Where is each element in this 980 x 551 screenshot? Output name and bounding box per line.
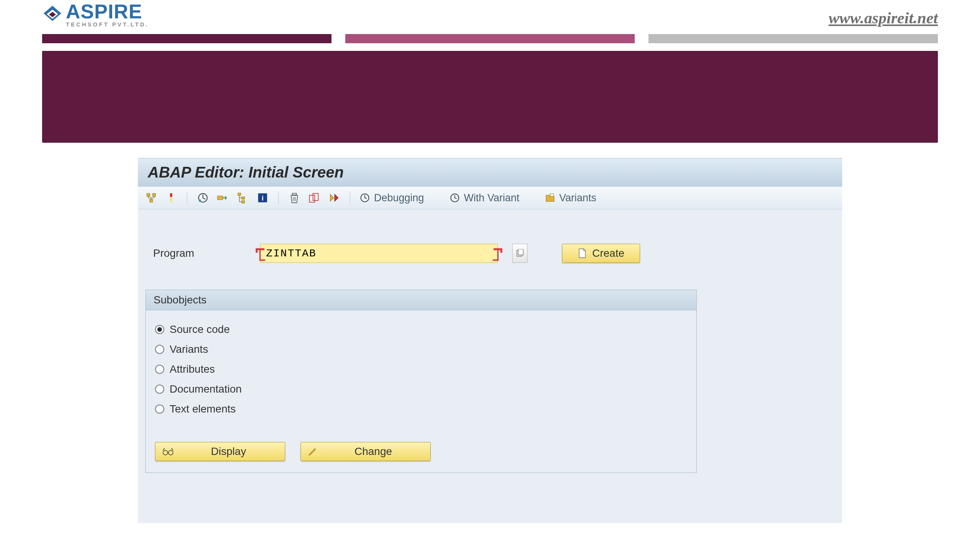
- svg-rect-12: [242, 201, 245, 203]
- folder-variant-icon: [545, 192, 555, 203]
- required-bracket-icon: ┘: [493, 250, 503, 270]
- radio-label: Source code: [170, 323, 230, 336]
- window-title: ABAP Editor: Initial Screen: [138, 158, 842, 186]
- change-label: Change: [323, 445, 423, 458]
- svg-rect-9: [217, 196, 223, 200]
- value-help-icon: [516, 249, 524, 258]
- document-icon: [578, 248, 587, 259]
- radio-label: Attributes: [170, 363, 215, 375]
- variants-button[interactable]: Variants: [545, 192, 596, 204]
- logo-subtext: TECHSOFT PVT.LTD.: [66, 21, 149, 27]
- variants-label: Variants: [559, 192, 596, 204]
- program-row: Program ⌐ └ ¬ ┘ Create: [145, 244, 835, 263]
- radio-label: Variants: [170, 343, 208, 355]
- svg-rect-24: [518, 249, 523, 255]
- marker-icon[interactable]: [165, 191, 178, 204]
- radio-label: Documentation: [170, 383, 242, 395]
- change-button[interactable]: Change: [301, 442, 431, 461]
- svg-rect-6: [170, 193, 172, 197]
- pencil-icon: [308, 447, 318, 456]
- svg-marker-18: [330, 194, 334, 201]
- hero-band: [42, 51, 938, 143]
- info-icon[interactable]: i: [256, 191, 269, 204]
- radio-attributes[interactable]: Attributes: [155, 359, 687, 379]
- svg-rect-4: [153, 194, 156, 197]
- toolbar: i Debugging With Variant Variants: [138, 186, 842, 209]
- subobjects-panel: Subobjects Source code Variants Attribut…: [145, 290, 697, 473]
- sap-window: ABAP Editor: Initial Screen i: [138, 158, 842, 523]
- svg-rect-11: [242, 197, 245, 199]
- debugging-label: Debugging: [374, 192, 424, 204]
- logo-mark-icon: [42, 4, 63, 25]
- debugging-button[interactable]: Debugging: [359, 192, 424, 204]
- clock-icon: [359, 192, 370, 203]
- svg-rect-7: [170, 198, 172, 202]
- test-icon[interactable]: [328, 191, 341, 204]
- svg-rect-22: [550, 194, 554, 197]
- transport-icon[interactable]: [216, 191, 229, 204]
- radio-label: Text elements: [170, 403, 236, 415]
- create-label: Create: [592, 247, 624, 259]
- program-label: Program: [153, 247, 249, 259]
- display-button[interactable]: Display: [155, 442, 285, 461]
- decor-bars: [42, 34, 938, 43]
- display-label: Display: [179, 445, 278, 458]
- radio-icon: [155, 385, 164, 394]
- svg-marker-19: [335, 194, 338, 201]
- subobjects-title: Subobjects: [146, 290, 696, 310]
- svg-rect-15: [292, 193, 297, 195]
- radio-icon: [155, 325, 164, 334]
- where-used-icon[interactable]: [145, 191, 158, 204]
- delete-icon[interactable]: [288, 191, 301, 204]
- radio-icon: [155, 365, 164, 374]
- svg-point-26: [168, 450, 173, 455]
- value-help-button[interactable]: [512, 244, 528, 263]
- logo-text: ASPIRE: [66, 2, 149, 21]
- radio-documentation[interactable]: Documentation: [155, 379, 687, 399]
- svg-rect-17: [313, 193, 318, 200]
- execute-icon[interactable]: [196, 191, 209, 204]
- svg-rect-10: [238, 193, 241, 196]
- clock-icon: [449, 192, 460, 203]
- radio-text-elements[interactable]: Text elements: [155, 399, 687, 419]
- radio-variants[interactable]: Variants: [155, 339, 687, 359]
- required-bracket-icon: └: [255, 250, 265, 270]
- copy-icon[interactable]: [308, 191, 321, 204]
- radio-icon: [155, 404, 164, 414]
- radio-icon: [155, 345, 164, 354]
- create-button[interactable]: Create: [562, 244, 640, 263]
- program-input[interactable]: [260, 244, 498, 263]
- svg-rect-16: [309, 195, 315, 202]
- hierarchy-icon[interactable]: [236, 191, 249, 204]
- svg-rect-5: [150, 199, 153, 202]
- with-variant-button[interactable]: With Variant: [449, 192, 519, 204]
- glasses-icon: [162, 447, 174, 456]
- slide-header: ASPIRE TECHSOFT PVT.LTD. www.aspireit.ne…: [0, 0, 980, 43]
- with-variant-label: With Variant: [464, 192, 519, 204]
- radio-source-code[interactable]: Source code: [155, 320, 687, 339]
- slide-url: www.aspireit.net: [829, 9, 938, 27]
- svg-text:i: i: [261, 194, 263, 202]
- svg-point-25: [163, 450, 168, 455]
- svg-rect-3: [147, 194, 150, 197]
- aspire-logo: ASPIRE TECHSOFT PVT.LTD.: [42, 2, 149, 27]
